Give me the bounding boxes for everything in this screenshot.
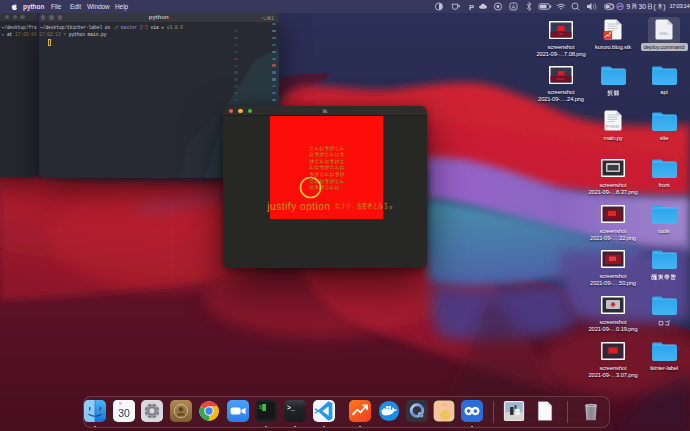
svg-text:P: P: [469, 3, 475, 12]
svg-text:SHELL: SHELL: [659, 32, 669, 36]
svg-text:PYTHON: PYTHON: [606, 125, 619, 129]
svg-text:>_: >_: [287, 405, 295, 412]
svg-text:A: A: [512, 4, 516, 10]
svg-text:$█: $█: [259, 403, 267, 411]
svg-text:30: 30: [118, 407, 130, 419]
